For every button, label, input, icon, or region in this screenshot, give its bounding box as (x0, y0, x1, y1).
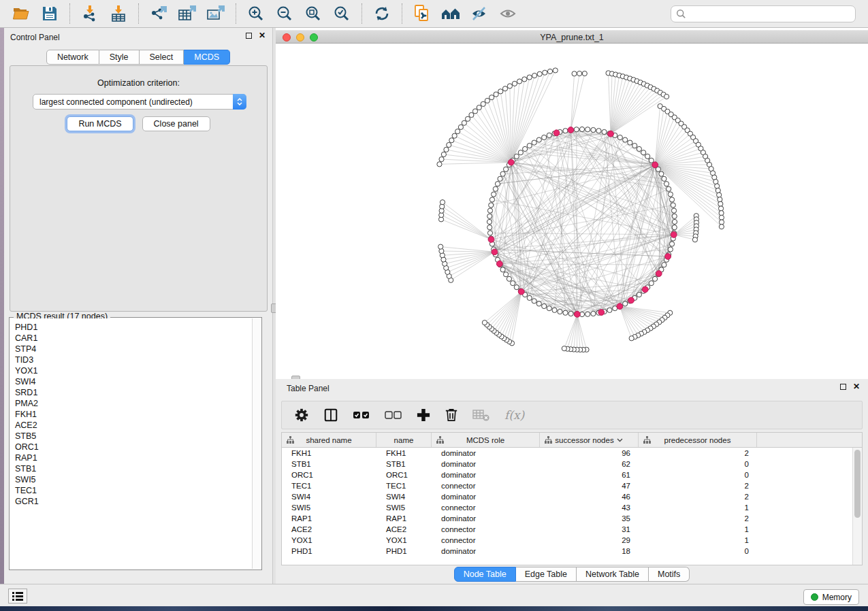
add-column-icon[interactable] (417, 408, 430, 422)
gear-icon[interactable] (294, 408, 309, 423)
cell-successor-nodes[interactable]: 61 (540, 471, 639, 479)
cell-successor-nodes[interactable]: 29 (540, 536, 639, 544)
cell-MCDS-role[interactable]: connector (432, 503, 540, 512)
mcds-result-item[interactable]: STB5 (15, 431, 252, 442)
cell-MCDS-role[interactable]: connector (432, 525, 540, 533)
select-all-icon[interactable] (353, 410, 370, 420)
cell-shared-name[interactable]: RAP1 (282, 514, 376, 523)
column-panel-icon[interactable] (323, 408, 338, 423)
float-panel-icon[interactable] (840, 384, 846, 390)
cell-successor-nodes[interactable]: 47 (540, 482, 639, 490)
mcds-result-item[interactable]: FKH1 (15, 409, 252, 420)
cell-predecessor-nodes[interactable]: 2 (639, 449, 757, 457)
import-table-icon[interactable] (108, 3, 129, 24)
table-row[interactable]: FKH1FKH1dominator962 (282, 448, 852, 459)
cell-predecessor-nodes[interactable]: 2 (639, 514, 757, 523)
cell-shared-name[interactable]: STB1 (282, 460, 376, 468)
mcds-result-item[interactable]: STP4 (15, 344, 252, 354)
column-header-MCDS-role[interactable]: MCDS role (432, 433, 540, 447)
cell-shared-name[interactable]: TEC1 (282, 482, 376, 490)
cell-MCDS-role[interactable]: connector (432, 482, 540, 490)
cell-shared-name[interactable]: SWI5 (282, 503, 376, 512)
cell-name[interactable]: ACE2 (376, 525, 432, 533)
table-row[interactable]: TEC1TEC1connector472 (282, 480, 852, 491)
table-tab-edge-table[interactable]: Edge Table (516, 567, 577, 582)
mcds-result-item[interactable]: GCR1 (15, 496, 252, 507)
cell-shared-name[interactable]: SWI4 (282, 493, 376, 501)
export-table-icon[interactable] (176, 3, 198, 24)
cell-MCDS-role[interactable]: dominator (432, 514, 540, 523)
cell-predecessor-nodes[interactable]: 0 (639, 547, 757, 555)
hide-selected-icon[interactable] (468, 3, 490, 24)
mcds-result-item[interactable]: YOX1 (15, 365, 252, 376)
cell-MCDS-role[interactable]: dominator (432, 493, 540, 501)
mcds-result-item[interactable]: RAP1 (15, 452, 252, 463)
table-row[interactable]: YOX1YOX1connector291 (282, 535, 852, 546)
cell-predecessor-nodes[interactable]: 0 (639, 471, 757, 479)
cell-name[interactable]: SWI4 (376, 493, 432, 501)
cell-successor-nodes[interactable]: 31 (540, 525, 639, 533)
table-tab-motifs[interactable]: Motifs (649, 567, 690, 582)
column-header-name[interactable]: name (376, 433, 432, 447)
network-canvas[interactable] (276, 44, 868, 379)
mcds-result-item[interactable]: PMA2 (15, 398, 252, 409)
cell-name[interactable]: SWI5 (376, 503, 432, 512)
scrollbar-thumb[interactable] (854, 450, 861, 518)
mcds-result-list[interactable]: PHD1CAR1STP4TID3YOX1SWI4SRD1PMA2FKH1ACE2… (10, 318, 252, 569)
optimization-dropdown[interactable]: largest connected component (undirected) (33, 94, 246, 110)
zoom-selected-icon[interactable] (331, 3, 353, 24)
mcds-result-item[interactable]: SWI5 (15, 474, 252, 485)
delete-column-icon[interactable] (445, 408, 458, 423)
cell-MCDS-role[interactable]: dominator (432, 460, 540, 468)
cell-predecessor-nodes[interactable]: 2 (639, 493, 757, 501)
cell-successor-nodes[interactable]: 35 (540, 514, 639, 523)
network-search-box[interactable] (671, 5, 856, 22)
table-row[interactable]: RAP1RAP1dominator352 (282, 513, 852, 524)
mcds-result-item[interactable]: TID3 (15, 354, 252, 365)
memory-button[interactable]: Memory (803, 589, 859, 605)
mcds-result-item[interactable]: SWI4 (15, 376, 252, 387)
close-panel-button[interactable]: Close panel (142, 116, 210, 131)
save-icon[interactable] (39, 3, 61, 24)
cell-predecessor-nodes[interactable]: 0 (639, 460, 757, 468)
cell-shared-name[interactable]: ORC1 (282, 471, 376, 479)
export-image-icon[interactable] (205, 3, 227, 24)
mcds-result-item[interactable]: PHD1 (15, 322, 252, 333)
task-history-button[interactable] (8, 589, 27, 604)
refresh-layout-icon[interactable] (371, 3, 393, 24)
cell-successor-nodes[interactable]: 62 (540, 460, 639, 468)
network-window-titlebar[interactable]: YPA_prune.txt_1 (276, 30, 868, 44)
mcds-result-item[interactable]: TEC1 (15, 485, 252, 496)
cell-successor-nodes[interactable]: 18 (540, 547, 639, 555)
cell-predecessor-nodes[interactable]: 1 (639, 525, 757, 533)
network-graph[interactable] (276, 44, 868, 379)
cell-MCDS-role[interactable]: dominator (432, 449, 540, 457)
mcds-result-item[interactable]: STB1 (15, 463, 252, 474)
cell-successor-nodes[interactable]: 46 (540, 493, 639, 501)
show-all-icon[interactable] (497, 3, 519, 24)
deselect-all-icon[interactable] (385, 410, 402, 420)
close-panel-icon[interactable]: ✕ (259, 33, 266, 39)
float-panel-icon[interactable] (246, 33, 252, 39)
mcds-result-item[interactable]: SRD1 (15, 387, 252, 398)
first-neighbors-icon[interactable] (440, 3, 462, 24)
table-row[interactable]: PHD1PHD1dominator180 (282, 546, 852, 557)
cell-successor-nodes[interactable]: 43 (540, 503, 639, 512)
search-input[interactable] (686, 8, 850, 19)
column-header-successor-nodes[interactable]: successor nodes (540, 433, 639, 447)
export-network-icon[interactable] (148, 3, 170, 24)
column-header-shared-name[interactable]: shared name (282, 433, 376, 447)
copy-network-icon[interactable] (411, 3, 433, 24)
table-row[interactable]: ACE2ACE2connector311 (282, 524, 852, 535)
zoom-fit-icon[interactable] (302, 3, 324, 24)
tab-mcds[interactable]: MCDS (184, 50, 230, 65)
cell-name[interactable]: TEC1 (376, 482, 432, 490)
cell-shared-name[interactable]: ACE2 (282, 525, 376, 533)
mcds-result-item[interactable]: CAR1 (15, 333, 252, 344)
table-row[interactable]: SWI4SWI4dominator462 (282, 491, 852, 502)
table-row[interactable]: ORC1ORC1dominator610 (282, 469, 852, 480)
cell-name[interactable]: STB1 (376, 460, 432, 468)
tab-style[interactable]: Style (99, 50, 140, 65)
mcds-result-item[interactable]: ACE2 (15, 420, 252, 431)
column-header-predecessor-nodes[interactable]: predecessor nodes (639, 433, 757, 447)
